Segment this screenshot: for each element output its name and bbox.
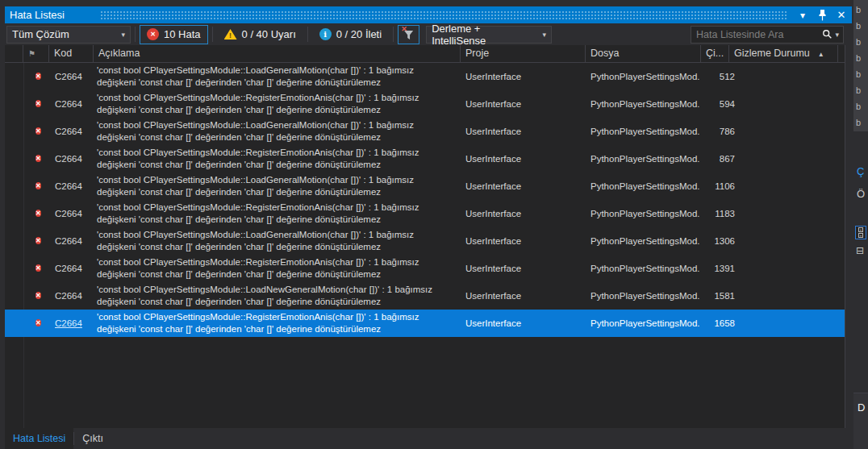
chevron-down-icon: ▾ (113, 31, 125, 39)
search-button[interactable] (820, 29, 834, 39)
error-description: 'const bool CPlayerSettingsModule::Regis… (97, 255, 461, 281)
collapse-icon[interactable]: ⊟ (856, 245, 864, 256)
column-header-line[interactable]: Çi... (701, 45, 729, 63)
error-row[interactable]: ✕ C2664 'const bool CPlayerSettingsModul… (5, 63, 845, 90)
close-button[interactable]: ✕ (834, 8, 849, 22)
error-code-link[interactable]: C2664 (55, 227, 92, 255)
column-header-end (838, 45, 845, 63)
error-icon: ✕ (35, 210, 41, 217)
error-file: PythonPlayerSettingsMod... (590, 200, 699, 227)
error-project: UserInterface (465, 63, 582, 90)
titlebar-drag-handle[interactable] (100, 10, 787, 19)
error-row[interactable]: ✕ C2664 'const bool CPlayerSettingsModul… (5, 310, 845, 337)
error-code-link[interactable]: C2664 (55, 63, 92, 90)
error-line: 1391 (701, 255, 735, 282)
column-header-project[interactable]: Proje (461, 45, 586, 63)
error-icon: ✕ (35, 292, 41, 299)
toolbar-separator (307, 27, 308, 42)
tab-hata-listesi[interactable]: Hata Listesi (5, 428, 73, 449)
error-row[interactable]: ✕ C2664 'const bool CPlayerSettingsModul… (5, 227, 845, 255)
error-description: 'const bool CPlayerSettingsModule::Regis… (97, 310, 461, 335)
window-position-button[interactable]: ▾ (795, 8, 810, 22)
panel-titlebar: Hata Listesi ▾ ✕ (5, 6, 852, 23)
panel-title: Hata Listesi (5, 9, 65, 21)
column-header-file[interactable]: Dosya (586, 45, 701, 63)
error-code-link[interactable]: C2664 (55, 255, 92, 282)
error-grid: ⚑ Kod Açıklama Proje Dosya Çi... Gizleme… (5, 45, 845, 428)
error-list-toolbar: Tüm Çözüm ▾ ✕ 10 Hata ! 0 / 40 Uyarı i 0… (5, 23, 845, 45)
clipped-text-column: b b b b b b b b (853, 0, 868, 131)
desc-line-1: 'const bool CPlayerSettingsModule::Regis… (97, 202, 461, 214)
error-project: UserInterface (465, 310, 582, 337)
error-description: 'const bool CPlayerSettingsModule::LoadG… (97, 118, 461, 143)
error-row[interactable]: ✕ C2664 'const bool CPlayerSettingsModul… (5, 145, 845, 173)
messages-toggle-button[interactable]: i 0 / 20 İleti (312, 25, 389, 44)
error-list-panel: Hata Listesi ▾ ✕ Tüm Çözüm ▾ ✕ 10 Hata !… (0, 0, 868, 449)
error-row[interactable]: ✕ C2664 'const bool CPlayerSettingsModul… (5, 173, 845, 200)
desc-line-2: değişkeni 'const char []' değerinden 'ch… (97, 323, 461, 335)
error-code-link[interactable]: C2664 (55, 145, 92, 173)
error-row[interactable]: ✕ C2664 'const bool CPlayerSettingsModul… (5, 90, 845, 118)
error-file: PythonPlayerSettingsMod... (590, 145, 699, 173)
tab-cikti[interactable]: Çıktı (74, 428, 111, 449)
error-row[interactable]: ✕ C2664 'const bool CPlayerSettingsModul… (5, 282, 845, 310)
messages-count-label: 0 / 20 İleti (336, 28, 382, 40)
column-header-description[interactable]: Açıklama (94, 45, 461, 63)
expand-all-icon[interactable]: ++ (855, 226, 866, 239)
scope-filter-dropdown[interactable]: Tüm Çözüm ▾ (6, 26, 131, 44)
error-icon: ✕ (35, 73, 41, 80)
error-line: 1658 (701, 310, 735, 337)
desc-line-1: 'const bool CPlayerSettingsModule::Regis… (97, 92, 461, 104)
error-icon: ✕ (35, 127, 41, 135)
error-line: 786 (701, 118, 735, 145)
error-file: PythonPlayerSettingsMod... (590, 63, 699, 90)
error-code-link[interactable]: C2664 (55, 310, 92, 337)
info-icon: i (319, 28, 332, 40)
error-rows: ✕ C2664 'const bool CPlayerSettingsModul… (5, 63, 845, 337)
errors-count-label: 10 Hata (164, 28, 201, 40)
error-line: 1581 (701, 282, 735, 310)
adjacent-panel-strip: b b b b b b b b Ç Ö ++ ⊟ D (853, 0, 868, 449)
desc-line-1: 'const bool CPlayerSettingsModule::LoadG… (97, 174, 461, 186)
error-line: 1183 (701, 200, 735, 227)
source-filter-dropdown[interactable]: Derleme + IntelliSense ▾ (426, 26, 552, 44)
error-line: 512 (701, 63, 735, 90)
pin-icon (818, 10, 827, 21)
toolbar-separator (212, 27, 213, 42)
error-code-link[interactable]: C2664 (55, 90, 92, 118)
error-description: 'const bool CPlayerSettingsModule::Regis… (97, 90, 461, 116)
error-icon: ✕ (147, 28, 159, 40)
column-header-suppression[interactable]: Gizleme Durumu▲ (729, 45, 838, 63)
desc-line-1: 'const bool CPlayerSettingsModule::LoadG… (97, 229, 461, 241)
error-code-link[interactable]: C2664 (55, 282, 92, 310)
errors-toggle-button[interactable]: ✕ 10 Hata (140, 25, 208, 44)
error-code-link[interactable]: C2664 (55, 173, 92, 200)
desc-line-1: 'const bool CPlayerSettingsModule::Regis… (97, 256, 461, 268)
desc-line-2: değişkeni 'const char []' değerinden 'ch… (97, 131, 461, 143)
search-options-button[interactable]: ▾ (834, 31, 843, 39)
error-line: 594 (701, 90, 735, 118)
grid-header: ⚑ Kod Açıklama Proje Dosya Çi... Gizleme… (5, 45, 845, 63)
desc-line-2: değişkeni 'const char []' değerinden 'ch… (97, 241, 461, 253)
error-row[interactable]: ✕ C2664 'const bool CPlayerSettingsModul… (5, 200, 845, 227)
column-header-severity[interactable]: ⚑ (23, 45, 49, 63)
error-line: 1306 (701, 227, 735, 255)
error-project: UserInterface (465, 255, 582, 282)
desc-line-1: 'const bool CPlayerSettingsModule::LoadG… (97, 64, 461, 77)
error-code-link[interactable]: C2664 (55, 118, 92, 145)
error-row[interactable]: ✕ C2664 'const bool CPlayerSettingsModul… (5, 255, 845, 282)
search-input[interactable] (691, 29, 820, 40)
warnings-toggle-button[interactable]: ! 0 / 40 Uyarı (217, 25, 303, 44)
filter-toggle-button[interactable]: ✕ (398, 25, 419, 44)
desc-line-1: 'const bool CPlayerSettingsModule::LoadG… (97, 119, 461, 131)
column-header-code[interactable]: Kod (49, 45, 94, 63)
error-project: UserInterface (465, 173, 582, 200)
error-file: PythonPlayerSettingsMod... (590, 90, 699, 118)
desc-line-2: değişkeni 'const char []' değerinden 'ch… (97, 77, 461, 89)
error-icon: ✕ (35, 100, 41, 107)
error-description: 'const bool CPlayerSettingsModule::LoadG… (97, 63, 461, 89)
error-description: 'const bool CPlayerSettingsModule::LoadG… (97, 173, 461, 198)
pin-button[interactable] (815, 8, 829, 22)
error-code-link[interactable]: C2664 (55, 200, 92, 227)
error-row[interactable]: ✕ C2664 'const bool CPlayerSettingsModul… (5, 118, 845, 145)
